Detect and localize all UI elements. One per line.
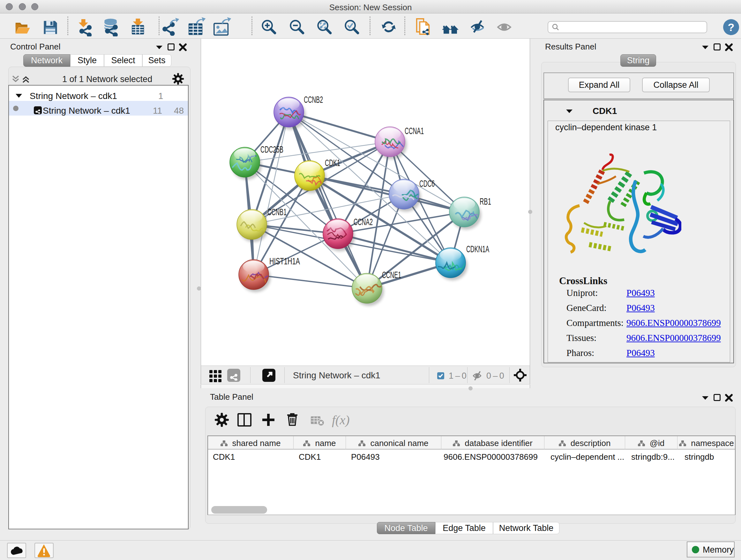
svg-text:CDKN1A: CDKN1A [466,244,489,254]
svg-text:CDC25B: CDC25B [260,144,283,154]
svg-text:CDK1: CDK1 [325,158,340,168]
svg-text:CCNA1: CCNA1 [405,126,424,136]
svg-text:CCNE1: CCNE1 [382,270,401,280]
svg-text:CCNB2: CCNB2 [304,95,323,105]
svg-text:RB1: RB1 [480,196,491,206]
svg-text:CDC6: CDC6 [419,179,434,189]
svg-text:CCNA2: CCNA2 [354,217,373,227]
svg-text:HIST1H1A: HIST1H1A [269,256,300,266]
svg-text:CCNB1: CCNB1 [267,207,286,217]
